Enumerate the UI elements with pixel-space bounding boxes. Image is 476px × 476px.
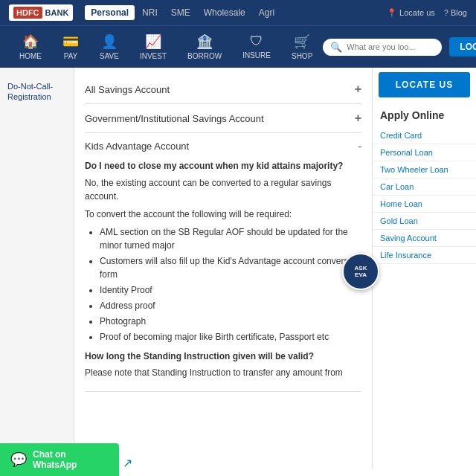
bullet-4: Address proof <box>100 299 361 312</box>
logo-bank: BANK <box>45 8 69 17</box>
left-sidebar: Do-Not-Call-Registration <box>0 68 74 469</box>
nav-wholesale[interactable]: Wholesale <box>198 5 251 20</box>
shop-icon: 🛒 <box>294 33 310 50</box>
nav-shop[interactable]: 🛒 SHOP <box>281 29 323 65</box>
link-gold-loan[interactable]: Gold Loan <box>373 213 476 230</box>
nav-invest[interactable]: 📈 INVEST <box>129 29 177 65</box>
kids-section: Kids Advantage Account - Do I need to cl… <box>85 133 361 392</box>
link-life-insurance[interactable]: Life Insurance <box>373 247 476 264</box>
locate-us-link[interactable]: 📍 Locate us <box>387 8 435 18</box>
accordion-govt-savings[interactable]: Government/Institutional Savings Account… <box>85 104 361 133</box>
accordion-kids-header[interactable]: Kids Advantage Account - <box>85 133 361 159</box>
home-icon: 🏠 <box>22 33 39 50</box>
top-nav: Personal NRI SME Wholesale Agri <box>85 5 375 20</box>
save-icon: 👤 <box>101 33 118 50</box>
invest-icon: 📈 <box>145 33 161 50</box>
faq1-answer2: To convert the account the following wil… <box>85 208 361 221</box>
whatsapp-icon: 💬 <box>10 451 27 468</box>
faq1-bullets: AML section on the SB Regular AOF should… <box>85 225 361 344</box>
bullet-5: Photograph <box>100 315 361 328</box>
top-bar: HDFC BANK Personal NRI SME Wholesale Agr… <box>0 0 476 25</box>
search-input[interactable] <box>347 42 436 51</box>
accordion-toggle-all-savings: + <box>355 83 361 96</box>
nav-nri[interactable]: NRI <box>136 5 164 20</box>
kids-content: Do I need to close my account when my ki… <box>85 159 361 379</box>
location-icon: 📍 <box>387 8 397 17</box>
bullet-6: Proof of becoming major like Birth certi… <box>100 330 361 344</box>
bullet-2: Customers will also fill up the Kid's Ad… <box>100 254 361 281</box>
search-box[interactable]: 🔍 <box>323 39 442 56</box>
whatsapp-chat-bar[interactable]: 💬 Chat on WhatsApp <box>0 443 119 476</box>
login-button[interactable]: LOGIN ▾ <box>449 37 476 57</box>
borrow-icon: 🏦 <box>196 33 213 50</box>
faq2-answer: Please note that Standing Instruction to… <box>85 366 361 379</box>
top-right-links: 📍 Locate us ? Blog <box>387 8 467 18</box>
accordion-toggle-govt: + <box>355 112 361 125</box>
link-home-loan[interactable]: Home Loan <box>373 196 476 213</box>
nav-home[interactable]: 🏠 HOME <box>9 29 52 65</box>
nav-personal[interactable]: Personal <box>85 5 135 20</box>
bullet-3: Identity Proof <box>100 283 361 297</box>
nav-save[interactable]: 👤 SAVE <box>89 29 129 65</box>
pay-icon: 💳 <box>62 33 79 50</box>
nav-insure[interactable]: 🛡 INSURE <box>232 29 281 65</box>
logo[interactable]: HDFC BANK <box>9 4 73 21</box>
nav-sme[interactable]: SME <box>165 5 196 20</box>
accordion-all-savings[interactable]: All Savings Account + <box>85 75 361 104</box>
right-sidebar: LOCATE US Apply Online Credit Card Perso… <box>372 68 476 469</box>
faq2-question: How long the Standing Instruction given … <box>85 350 361 363</box>
sidebar-item-do-not-call[interactable]: Do-Not-Call-Registration <box>0 75 74 109</box>
link-car-loan[interactable]: Car Loan <box>373 178 476 196</box>
logo-hdfc: HDFC <box>13 7 42 19</box>
nav-agri[interactable]: Agri <box>253 5 280 20</box>
ask-eva-button[interactable]: ASK EVA <box>342 253 379 290</box>
link-saving-account[interactable]: Saving Account <box>373 230 476 247</box>
nav-pay[interactable]: 💳 PAY <box>52 29 89 65</box>
main-content: All Savings Account + Government/Institu… <box>74 68 372 469</box>
blog-link[interactable]: ? Blog <box>444 8 467 17</box>
faq1-question: Do I need to close my account when my ki… <box>85 159 361 173</box>
link-two-wheeler-loan[interactable]: Two Wheeler Loan <box>373 161 476 178</box>
question-icon: ? <box>444 8 448 17</box>
icon-nav: 🏠 HOME 💳 PAY 👤 SAVE 📈 INVEST 🏦 BORROW 🛡 … <box>9 29 323 65</box>
link-credit-card[interactable]: Credit Card <box>373 127 476 144</box>
search-icon: 🔍 <box>330 42 342 53</box>
link-personal-loan[interactable]: Personal Loan <box>373 144 476 161</box>
second-bar: 🏠 HOME 💳 PAY 👤 SAVE 📈 INVEST 🏦 BORROW 🛡 … <box>0 25 476 68</box>
insure-icon: 🛡 <box>250 33 263 49</box>
main-layout: Do-Not-Call-Registration All Savings Acc… <box>0 68 476 469</box>
locate-us-button[interactable]: LOCATE US <box>379 72 470 97</box>
nav-borrow[interactable]: 🏦 BORROW <box>177 29 232 65</box>
bullet-1: AML section on the SB Regular AOF should… <box>100 225 361 252</box>
share-icon[interactable]: ↗ <box>123 456 132 470</box>
accordion-toggle-kids: - <box>358 141 361 152</box>
apply-online-title: Apply Online <box>373 105 476 127</box>
faq1-answer1: No, the existing account can be converte… <box>85 176 361 203</box>
